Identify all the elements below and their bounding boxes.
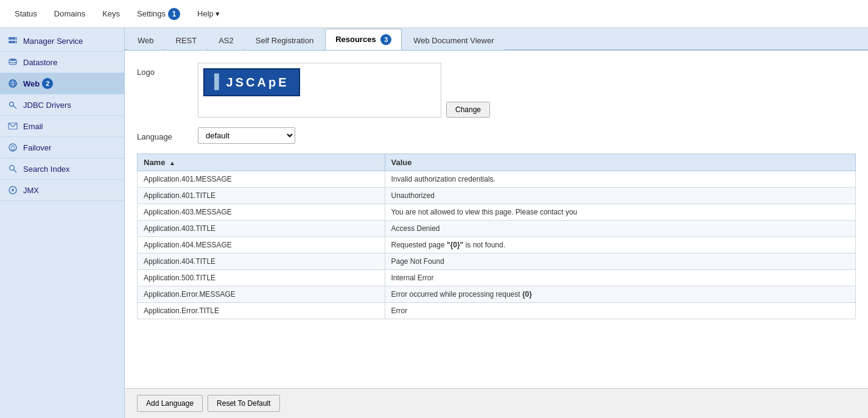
svg-line-11 xyxy=(13,106,17,109)
add-language-button[interactable]: Add Language xyxy=(137,395,203,412)
table-cell-value: Error xyxy=(385,303,856,319)
nav-status[interactable]: Status xyxy=(6,0,46,28)
table-row[interactable]: Application.401.MESSAGEInvalid authoriza… xyxy=(138,171,856,188)
nav-domains[interactable]: Domains xyxy=(46,0,94,28)
nav-settings[interactable]: Settings 1 xyxy=(128,0,189,28)
logo-row: Logo ▌ JSCApE Change xyxy=(137,63,856,118)
svg-point-17 xyxy=(12,189,14,191)
table-cell-name: Application.403.MESSAGE xyxy=(138,204,385,221)
globe-icon xyxy=(7,78,18,89)
table-cell-value: Page Not Found xyxy=(385,253,856,270)
tab-rest[interactable]: REST xyxy=(166,30,208,50)
sidebar-item-email[interactable]: Email xyxy=(0,116,124,137)
table-cell-value: Unauthorized xyxy=(385,188,856,204)
sidebar-label-datastore: Datastore xyxy=(23,58,57,67)
sidebar-item-manager-service[interactable]: Manager Service xyxy=(0,30,124,52)
database-icon xyxy=(7,57,18,68)
svg-line-15 xyxy=(14,170,17,173)
bottom-bar: Add Language Reset To Default xyxy=(125,388,868,418)
language-label: Language xyxy=(137,127,198,141)
sidebar-item-jmx[interactable]: JMX xyxy=(0,180,124,201)
tab-web[interactable]: Web xyxy=(127,30,164,50)
settings-badge: 1 xyxy=(168,8,180,20)
table-cell-name: Application.404.MESSAGE xyxy=(138,237,385,253)
table-cell-value: Invalid authorization credentials. xyxy=(385,171,856,188)
table-cell-value: Internal Error xyxy=(385,270,856,286)
sidebar-item-jdbc[interactable]: JDBC Drivers xyxy=(0,94,124,116)
sidebar-label-web: Web xyxy=(23,79,40,88)
table-cell-value: You are not allowed to view this page. P… xyxy=(385,204,856,221)
svg-point-14 xyxy=(10,166,15,171)
main-panel: Logo ▌ JSCApE Change Language default e xyxy=(125,51,868,388)
search-icon xyxy=(7,163,18,174)
sidebar-item-failover[interactable]: Failover xyxy=(0,137,124,158)
main-layout: Manager Service Datastore Web 2 JDBC Dri… xyxy=(0,28,868,418)
svg-point-4 xyxy=(9,58,16,61)
sidebar-label-jmx: JMX xyxy=(23,186,39,195)
sidebar-label-manager-service: Manager Service xyxy=(23,37,83,46)
nav-keys[interactable]: Keys xyxy=(94,0,128,28)
table-row[interactable]: Application.Error.TITLEError xyxy=(138,303,856,319)
table-row[interactable]: Application.404.MESSAGERequested page "{… xyxy=(138,237,856,253)
tab-as2[interactable]: AS2 xyxy=(208,30,244,50)
tab-web-document-viewer[interactable]: Web Document Viewer xyxy=(403,30,504,50)
content-area: Web REST AS2 Self Registration Resources… xyxy=(125,28,868,418)
table-row[interactable]: Application.401.TITLEUnauthorized xyxy=(138,188,856,204)
logo-image: ▌ JSCApE xyxy=(203,68,300,96)
table-cell-value: Requested page "{0}" is not found. xyxy=(385,237,856,253)
sidebar: Manager Service Datastore Web 2 JDBC Dri… xyxy=(0,28,125,418)
table-cell-name: Application.401.MESSAGE xyxy=(138,171,385,188)
resources-tab-badge: 3 xyxy=(380,34,391,45)
tab-resources[interactable]: Resources 3 xyxy=(325,29,402,50)
jmx-icon xyxy=(7,185,18,196)
sidebar-label-failover: Failover xyxy=(23,143,51,152)
table-header-name[interactable]: Name ▲ xyxy=(138,154,385,171)
sidebar-label-jdbc: JDBC Drivers xyxy=(23,101,71,110)
sidebar-label-search-index: Search Index xyxy=(23,165,70,174)
resources-table: Name ▲ Value Application.401.MESSAGEInva… xyxy=(137,154,856,319)
sidebar-item-datastore[interactable]: Datastore xyxy=(0,52,124,73)
change-logo-button[interactable]: Change xyxy=(446,102,490,118)
table-cell-name: Application.403.TITLE xyxy=(138,221,385,237)
reset-to-default-button[interactable]: Reset To Default xyxy=(208,395,280,412)
table-row[interactable]: Application.403.TITLEAccess Denied xyxy=(138,221,856,237)
failover-icon xyxy=(7,142,18,153)
table-cell-value: Access Denied xyxy=(385,221,856,237)
nav-help[interactable]: Help ▾ xyxy=(189,0,228,28)
web-badge: 2 xyxy=(42,78,53,89)
tabs-bar: Web REST AS2 Self Registration Resources… xyxy=(125,28,868,51)
language-row: Language default en fr de es xyxy=(137,127,856,144)
svg-point-10 xyxy=(10,102,14,107)
logo-box: ▌ JSCApE xyxy=(198,63,441,118)
table-row[interactable]: Application.404.TITLEPage Not Found xyxy=(138,253,856,270)
table-cell-value: Error occurred while processing request … xyxy=(385,286,856,303)
svg-point-3 xyxy=(15,41,16,43)
email-icon xyxy=(7,121,18,132)
table-header-value[interactable]: Value xyxy=(385,154,856,171)
table-row[interactable]: Application.500.TITLEInternal Error xyxy=(138,270,856,286)
logo-label: Logo xyxy=(137,63,198,77)
sidebar-label-email: Email xyxy=(23,122,43,131)
key-icon xyxy=(7,99,18,110)
top-navigation: Status Domains Keys Settings 1 Help ▾ xyxy=(0,0,868,28)
tab-self-registration[interactable]: Self Registration xyxy=(245,30,324,50)
table-cell-name: Application.Error.MESSAGE xyxy=(138,286,385,303)
table-cell-name: Application.404.TITLE xyxy=(138,253,385,270)
svg-point-2 xyxy=(15,38,16,39)
sidebar-item-search-index[interactable]: Search Index xyxy=(0,158,124,180)
table-row[interactable]: Application.Error.MESSAGEError occurred … xyxy=(138,286,856,303)
table-row[interactable]: Application.403.MESSAGEYou are not allow… xyxy=(138,204,856,221)
server-icon xyxy=(7,35,18,46)
sidebar-item-web[interactable]: Web 2 xyxy=(0,73,124,94)
language-select[interactable]: default en fr de es xyxy=(198,127,295,144)
table-cell-name: Application.Error.TITLE xyxy=(138,303,385,319)
table-cell-name: Application.500.TITLE xyxy=(138,270,385,286)
sort-arrow-name: ▲ xyxy=(169,160,175,166)
table-cell-name: Application.401.TITLE xyxy=(138,188,385,204)
